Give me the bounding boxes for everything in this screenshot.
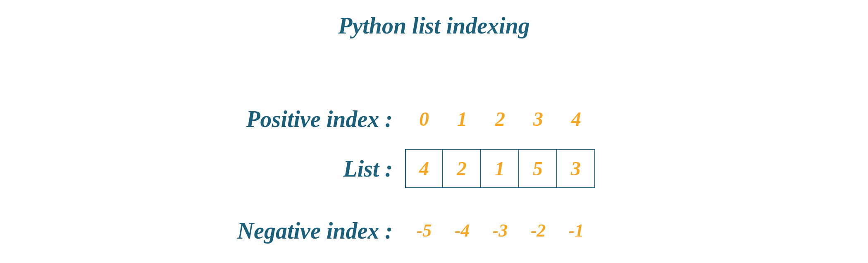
- negative-index-label: Negative index :: [0, 218, 405, 244]
- list-value: 5: [519, 149, 557, 188]
- list-label: List :: [0, 155, 405, 182]
- list-value: 2: [443, 149, 481, 188]
- positive-index-value: 1: [443, 99, 481, 139]
- negative-index-value: -2: [519, 211, 557, 250]
- diagram-title: Python list indexing: [338, 12, 530, 39]
- negative-index-cells: -5 -4 -3 -2 -1: [405, 211, 595, 250]
- list-value: 3: [557, 149, 595, 188]
- positive-index-value: 2: [481, 99, 519, 139]
- positive-index-value: 4: [557, 99, 595, 139]
- row-list: List : 4 2 1 5 3: [0, 149, 868, 188]
- list-cells: 4 2 1 5 3: [405, 149, 595, 188]
- negative-index-value: -1: [557, 211, 595, 250]
- positive-index-value: 0: [405, 99, 443, 139]
- row-positive-index: Positive index : 0 1 2 3 4: [0, 99, 868, 139]
- row-negative-index: Negative index : -5 -4 -3 -2 -1: [0, 211, 868, 250]
- negative-index-value: -4: [443, 211, 481, 250]
- negative-index-value: -3: [481, 211, 519, 250]
- negative-index-value: -5: [405, 211, 443, 250]
- list-value: 4: [405, 149, 443, 188]
- positive-index-label: Positive index :: [0, 106, 405, 132]
- list-value: 1: [481, 149, 519, 188]
- positive-index-cells: 0 1 2 3 4: [405, 99, 595, 139]
- positive-index-value: 3: [519, 99, 557, 139]
